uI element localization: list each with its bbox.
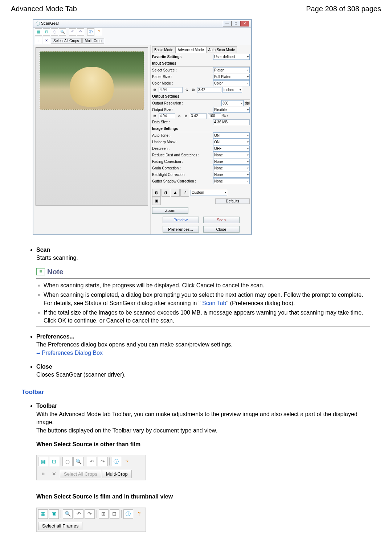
rotate-right-icon[interactable]: ↷ <box>77 28 84 36</box>
zoom-button[interactable]: Zoom <box>152 207 188 214</box>
scan-tab-link[interactable]: Scan Tab <box>202 300 226 306</box>
output-size-label: Output Size : <box>152 107 212 112</box>
note-icon: ≡ <box>36 268 45 275</box>
brightness-icon[interactable]: ◑ <box>162 189 170 197</box>
ill2-whole-icon: ▣ <box>49 509 59 519</box>
toolbar-item-heading: Toolbar <box>36 402 370 410</box>
gutter-select[interactable]: None <box>213 178 250 184</box>
favorite-settings-label: Favorite Settings <box>152 54 212 59</box>
info-icon[interactable]: ⓘ <box>87 28 94 36</box>
toolbar-primary: ▦ ⊡ ◌ 🔍 ↶ ↷ ⓘ ? <box>33 28 251 36</box>
help-icon[interactable]: ? <box>95 28 102 36</box>
output-resolution-select[interactable]: 300 <box>221 100 244 106</box>
auto-tone-select[interactable]: ON <box>213 132 250 139</box>
paper-size-select[interactable]: Full Platen <box>213 74 250 80</box>
ill-remove-crop-icon: ✕ <box>49 469 59 479</box>
descreen-select[interactable]: OFF <box>213 145 250 152</box>
toolbar-illustration-nonfilm: ▦ ⊡ ◌ 🔍 ↶ ↷ ⓘ ? ⌗ ✕ <box>36 455 146 480</box>
scangear-window: ◯ ScanGear — □ ✕ ▦ ⊡ ◌ 🔍 ↶ ↷ ⓘ ? ⌗ ✕ Sel… <box>33 19 252 235</box>
ill2-rotate-right-icon: ↷ <box>85 509 94 519</box>
autocrop-icon[interactable]: ⌗ <box>35 37 42 44</box>
thumbnail-icon[interactable]: ▦ <box>35 28 42 36</box>
ill-autocrop-icon: ⌗ <box>38 469 48 479</box>
scan-button[interactable]: Scan <box>203 217 240 223</box>
ill-rotate-right-icon: ↷ <box>98 457 108 466</box>
data-size-value: 4.36 MB <box>213 119 250 125</box>
clear-icon[interactable]: ◌ <box>51 28 58 36</box>
backlight-select[interactable]: None <box>213 172 250 178</box>
preview-button[interactable]: Preview <box>163 217 199 223</box>
unsharp-mask-select[interactable]: ON <box>213 139 250 145</box>
output-height-field[interactable]: 3.42 <box>190 113 207 119</box>
close-heading: Close <box>36 363 370 371</box>
favorite-settings-select[interactable]: User defined <box>213 54 250 60</box>
remove-crop-icon[interactable]: ✕ <box>43 37 50 44</box>
color-mode-select[interactable]: Color <box>213 80 250 86</box>
ill2-thumbnail-icon: ▦ <box>38 509 48 519</box>
data-size-label: Data Size : <box>152 120 212 125</box>
window-close-icon[interactable]: ✕ <box>240 21 249 26</box>
illA-heading: When Select Source is other than film <box>36 440 370 448</box>
multi-crop-button[interactable]: Multi-Crop <box>82 38 104 44</box>
output-scale-field[interactable]: 100 <box>208 113 221 119</box>
dust-select[interactable]: None <box>213 152 250 158</box>
preview-image-content <box>70 67 114 107</box>
ill-info-icon: ⓘ <box>111 457 121 466</box>
scan-heading: Scan <box>36 246 370 254</box>
window-maximize-icon[interactable]: □ <box>232 21 240 26</box>
tab-basic-mode[interactable]: Basic Mode <box>152 46 175 53</box>
rotate-left-icon[interactable]: ↶ <box>69 28 76 36</box>
preferences-dialog-link[interactable]: Preferences Dialog Box <box>36 349 370 357</box>
toolbar-item-desc1: With the Advanced Mode tab Toolbar, you … <box>36 410 370 427</box>
tone-curve-icon[interactable]: ↗ <box>180 189 189 197</box>
ill-select-all-crops-button: Select All Crops <box>60 470 101 478</box>
out-width-icon: ⧉ <box>152 114 157 119</box>
defaults-button[interactable]: Defaults <box>215 198 250 204</box>
output-settings-header: Output Settings <box>152 94 250 100</box>
tab-auto-scan-mode[interactable]: Auto Scan Mode <box>206 46 237 53</box>
out-height-icon: ⧉ <box>183 114 188 119</box>
ill-rotate-left-icon: ↶ <box>87 457 97 466</box>
settings-panel: Basic Mode Advanced Mode Auto Scan Mode … <box>150 45 251 234</box>
close-button[interactable]: Close <box>203 226 240 233</box>
zoom-icon[interactable]: 🔍 <box>59 28 66 36</box>
output-size-select[interactable]: Flexible <box>213 107 250 113</box>
preferences-button[interactable]: Preferences... <box>163 226 199 233</box>
out-link-icon[interactable]: ✕ <box>177 114 182 119</box>
preferences-heading: Preferences... <box>36 333 370 341</box>
preview-crop-frame[interactable] <box>40 51 144 110</box>
ill2-info-icon: ⓘ <box>123 509 133 519</box>
final-review-icon[interactable]: ▣ <box>152 197 161 205</box>
dpi-label: dpi <box>245 101 250 106</box>
window-minimize-icon[interactable]: — <box>223 21 232 26</box>
ill-help-icon: ? <box>122 457 132 466</box>
saturation-icon[interactable]: ◐ <box>152 189 161 197</box>
select-source-label: Select Source : <box>152 68 212 73</box>
fading-select[interactable]: None <box>213 159 250 165</box>
paper-size-label: Paper Size : <box>152 74 212 79</box>
preview-image-area[interactable] <box>36 47 148 206</box>
histogram-icon[interactable]: ▲ <box>171 189 180 197</box>
link-icon[interactable]: ⇅ <box>184 87 189 93</box>
ill-multi-crop-button: Multi-Crop <box>102 470 132 478</box>
percent-spinner-icon[interactable]: % ↕ <box>222 114 229 119</box>
select-all-crops-button[interactable]: Select All Crops <box>51 38 82 44</box>
ill2-zoom-icon: 🔍 <box>63 509 73 519</box>
scan-desc: Starts scanning. <box>36 254 370 262</box>
note-heading: Note <box>47 267 63 277</box>
unit-select[interactable]: inches <box>222 87 242 93</box>
color-mode-label: Color Mode : <box>152 81 212 86</box>
tab-advanced-mode[interactable]: Advanced Mode <box>175 46 206 53</box>
window-title: ScanGear <box>41 21 59 25</box>
select-source-select[interactable]: Platen <box>213 67 250 73</box>
preview-pane <box>33 45 150 234</box>
output-width-field[interactable]: 4.94 <box>159 113 175 119</box>
crop-icon[interactable]: ⊡ <box>43 28 50 36</box>
input-width-field[interactable]: 4.94 <box>159 87 183 93</box>
window-titlebar: ◯ ScanGear — □ ✕ <box>33 20 251 28</box>
grain-select[interactable]: None <box>213 165 250 171</box>
backlight-label: Backlight Correction : <box>152 172 212 177</box>
close-desc: Closes ScanGear (scanner driver). <box>36 371 370 379</box>
custom-select[interactable]: Custom <box>191 190 227 196</box>
input-height-field[interactable]: 3.42 <box>197 87 221 93</box>
